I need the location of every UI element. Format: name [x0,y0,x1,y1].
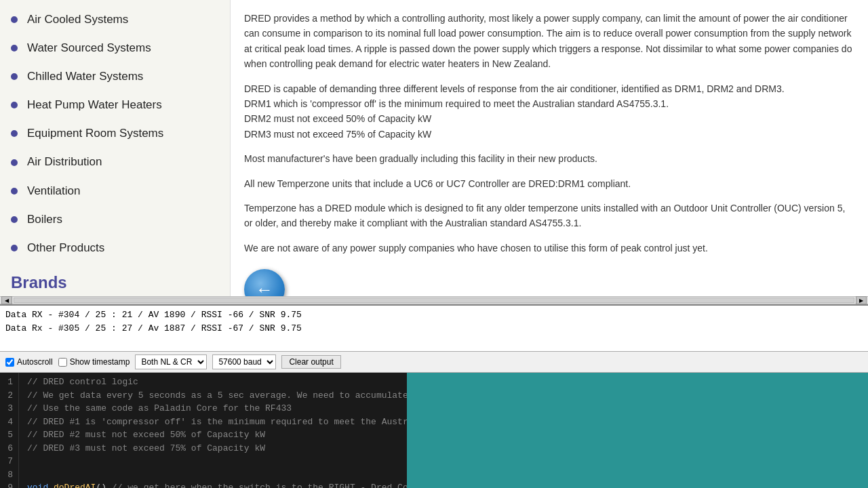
main-content: DRED provides a method by which a contro… [231,0,868,296]
terminal-area: Data RX - #304 / 25 : 21 / AV 1890 / RSS… [0,304,868,488]
brands-section: Brands [0,262,230,296]
line-num-1: 1 [5,375,13,389]
sidebar-item-label-7: Boilers [27,212,62,227]
baud-select[interactable]: 57600 baud [212,354,276,369]
code-content: // DRED control logic// We get data ever… [19,373,407,488]
line-num-5: 5 [5,428,13,442]
autoscroll-label[interactable]: Autoscroll [5,357,53,367]
inline-comment-8: // we get here when the switch is to the… [112,483,407,488]
sidebar-item-5[interactable]: Air Distribution [0,148,230,176]
sidebar-item-label-0: Air Cooled Systems [27,12,128,27]
code-line-8 [27,468,399,482]
code-line-5: // DRED #2 must not exceed 50% of Capaci… [27,428,399,442]
serial-controls: Autoscroll Show timestamp Both NL & CR 5… [0,352,868,373]
show-timestamp-label[interactable]: Show timestamp [58,357,130,367]
sidebar-item-label-3: Heat Pump Water Heaters [27,98,162,113]
autoscroll-text: Autoscroll [17,357,53,367]
paren-8: () [96,483,111,488]
serial-output: Data RX - #304 / 25 : 21 / AV 1890 / RSS… [0,306,868,352]
sidebar-bullet-5 [11,159,18,166]
teal-panel [407,373,868,488]
scroll-thumb-track [14,298,854,303]
sidebar-item-3[interactable]: Heat Pump Water Heaters [0,91,230,119]
sidebar-bullet-1 [11,45,18,52]
code-line-9: void doDredAI() // we get here when the … [27,481,399,488]
show-timestamp-checkbox[interactable] [58,358,67,367]
sidebar-bullet-2 [11,73,18,80]
clear-output-button[interactable]: Clear output [281,355,340,369]
content-paragraphs: DRED provides a method by which a contro… [244,11,854,256]
sidebar-item-label-4: Equipment Room Systems [27,126,163,141]
back-button[interactable]: ← [244,269,285,296]
code-line-6: // DRED #3 must not exceed 75% of Capaci… [27,442,399,455]
sidebar-item-6[interactable]: Ventilation [0,177,230,205]
sidebar-item-label-8: Other Products [27,241,104,256]
code-line-4: // DRED #1 is 'compressor off' is the mi… [27,415,399,429]
line-num-7: 7 [5,455,13,468]
back-arrow-icon: ← [256,281,273,296]
sidebar-item-2[interactable]: Chilled Water Systems [0,62,230,91]
line-num-3: 3 [5,402,13,415]
content-paragraph-0: DRED provides a method by which a contro… [244,11,854,72]
show-timestamp-text: Show timestamp [70,357,130,367]
back-button-container: ← [244,269,854,296]
sidebar-bullet-6 [11,188,18,195]
sidebar-bullet-3 [11,102,18,108]
code-line-7 [27,455,399,468]
code-line-2: // We get data every 5 seconds as a 5 se… [27,389,399,403]
line-num-9: 9 [5,481,13,488]
sidebar-bullet-4 [11,130,18,137]
sidebar-item-label-5: Air Distribution [27,155,102,169]
horizontal-scrollbar[interactable]: ◀ ▶ [0,296,868,304]
sidebar-item-4[interactable]: Equipment Room Systems [0,119,230,148]
sidebar-item-1[interactable]: Water Sourced Systems [0,34,230,62]
sidebar-item-7[interactable]: Boilers [0,205,230,234]
sidebar-bullet-8 [11,245,18,251]
keyword-void-8: void [27,483,54,488]
serial-line-0: Data RX - #304 / 25 : 21 / AV 1890 / RSS… [5,308,863,322]
sidebar-bullet-7 [11,216,18,223]
content-paragraph-5: We are not aware of any power supply com… [244,241,854,256]
line-numbers: 123456789 [0,373,19,488]
line-num-8: 8 [5,468,13,482]
code-line-1: // DRED control logic [27,375,399,389]
serial-line-1: Data Rx - #305 / 25 : 27 / Av 1887 / RSS… [5,322,863,336]
line-num-6: 6 [5,442,13,455]
code-area: 123456789 // DRED control logic// We get… [0,373,868,488]
content-paragraph-4: Temperzone has a DRED module which is de… [244,201,854,231]
line-num-2: 2 [5,389,13,403]
brands-title: Brands [11,273,67,291]
code-line-3: // Use the same code as Paladin Core for… [27,402,399,415]
scroll-right-button[interactable]: ▶ [856,296,867,304]
sidebar-item-0[interactable]: Air Cooled Systems [0,5,230,34]
line-num-4: 4 [5,415,13,429]
scroll-left-button[interactable]: ◀ [1,296,12,304]
sidebar-item-8[interactable]: Other Products [0,234,230,262]
top-area: Air Cooled SystemsWater Sourced SystemsC… [0,0,868,296]
autoscroll-checkbox[interactable] [5,358,14,367]
nl-cr-select[interactable]: Both NL & CR [135,354,207,369]
content-paragraph-1: DRED is capable of demanding three diffe… [244,81,854,142]
sidebar-item-label-1: Water Sourced Systems [27,41,151,56]
sidebar-item-label-2: Chilled Water Systems [27,69,143,84]
content-paragraph-2: Most manufacturer's have been gradually … [244,151,854,166]
sidebar-bullet-0 [11,16,18,23]
content-paragraph-3: All new Temperzone units that include a … [244,176,854,191]
sidebar: Air Cooled SystemsWater Sourced SystemsC… [0,0,231,296]
function-name-8: doDredAI [54,483,96,488]
sidebar-item-label-6: Ventilation [27,184,80,199]
